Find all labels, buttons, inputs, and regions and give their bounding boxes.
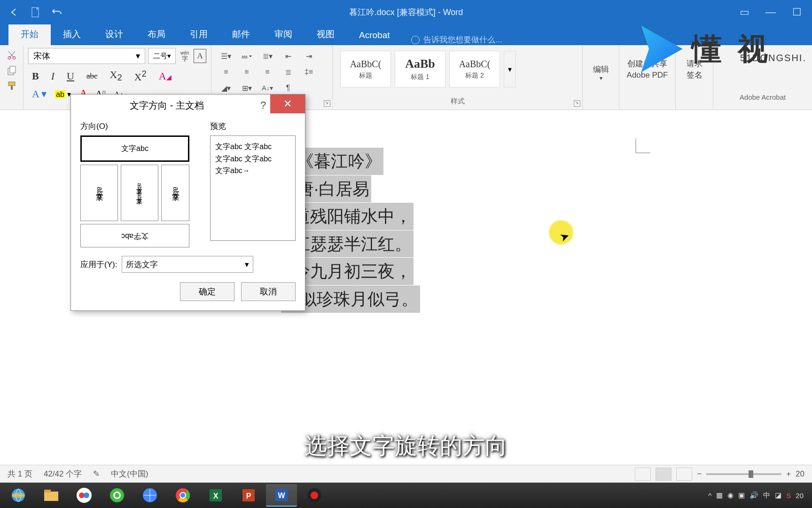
underline-button[interactable]: U <box>67 70 74 82</box>
style-title[interactable]: AaBbC(标题 <box>340 51 391 87</box>
undo-icon[interactable] <box>52 7 63 18</box>
tab-insert[interactable]: 插入 <box>51 24 93 45</box>
font-size-select[interactable]: 二号 ▾ <box>148 48 175 64</box>
tray-lang[interactable]: 中 <box>763 491 770 500</box>
tray-time[interactable]: 20 <box>796 492 804 500</box>
highlight-icon[interactable]: ab ▾ <box>55 90 71 99</box>
dir-vertical-2[interactable]: 文字abc文字abc <box>121 165 158 221</box>
borders-icon[interactable]: ⊞▾ <box>240 82 254 94</box>
shading-icon[interactable]: ◢▾ <box>219 82 233 94</box>
align-center-icon[interactable]: ≡ <box>240 66 254 78</box>
language-status[interactable]: 中文(中国) <box>111 468 148 479</box>
tab-design[interactable]: 设计 <box>93 24 135 45</box>
watermark-text: 懂 视 <box>692 29 772 70</box>
explorer-icon[interactable] <box>36 484 67 507</box>
line-spacing-icon[interactable]: ‡≡ <box>302 66 316 78</box>
minimize-icon[interactable]: — <box>761 6 780 18</box>
dec-indent-icon[interactable]: ⇤ <box>281 50 295 62</box>
style-heading1[interactable]: AaBb标题 1 <box>395 51 445 87</box>
styles-more-icon[interactable]: ▾ <box>504 51 516 87</box>
zoom-value[interactable]: 20 <box>796 469 804 479</box>
show-marks-icon[interactable]: ¶ <box>281 82 295 94</box>
record-icon[interactable] <box>299 484 330 507</box>
read-mode-icon[interactable] <box>635 468 651 481</box>
proofing-icon[interactable]: ✎ <box>93 469 100 479</box>
tray-app5-icon[interactable]: S <box>786 492 791 500</box>
text-effects-icon[interactable]: A ▾ <box>32 88 47 100</box>
copy-icon[interactable] <box>5 64 18 77</box>
dir-vertical-1[interactable]: 文字abc <box>80 165 118 221</box>
tab-references[interactable]: 引用 <box>178 24 220 45</box>
paragraph-dialog-launcher[interactable] <box>324 100 330 107</box>
baidu-icon[interactable] <box>69 484 100 507</box>
back-icon[interactable] <box>8 7 20 18</box>
360-icon[interactable] <box>102 484 133 507</box>
print-layout-icon[interactable] <box>656 468 671 481</box>
multilevel-icon[interactable]: ≣▾ <box>260 50 274 62</box>
dir-rotated[interactable]: 文字abc <box>80 224 189 247</box>
poem-text[interactable]: 《暮江吟》 唐·白居易 一道残阳铺水中， 半江瑟瑟半江红。 可怜九月初三夜， 露… <box>295 148 420 313</box>
svg-point-16 <box>115 493 119 498</box>
tray-app4-icon[interactable]: ◪ <box>775 491 781 500</box>
inc-indent-icon[interactable]: ⇥ <box>302 50 316 62</box>
word-count[interactable]: 42/42 个字 <box>44 468 82 479</box>
dir-vertical-3[interactable]: 文字abc <box>161 165 189 221</box>
tab-home[interactable]: 开始 <box>8 24 51 45</box>
tell-me[interactable]: 告诉我您想要做什么... <box>402 34 511 45</box>
dialog-help-icon[interactable]: ? <box>256 99 270 111</box>
style-heading2[interactable]: AaBbC(标题 2 <box>449 51 500 87</box>
new-doc-icon[interactable] <box>30 7 41 18</box>
tray-app1-icon[interactable]: ▦ <box>716 491 723 500</box>
word-icon[interactable]: W <box>266 484 297 507</box>
powerpoint-icon[interactable]: P <box>233 484 264 507</box>
zoom-in-icon[interactable]: + <box>786 469 791 479</box>
cut-icon[interactable] <box>5 49 18 62</box>
ok-button[interactable]: 确定 <box>180 282 234 301</box>
phonetic-guide-icon[interactable]: wén字 <box>179 49 191 63</box>
tray-volume-icon[interactable]: 🔊 <box>750 491 758 500</box>
styles-dialog-launcher[interactable] <box>574 100 580 107</box>
zoom-slider[interactable] <box>706 473 781 475</box>
edit-label[interactable]: 编辑 <box>587 64 614 75</box>
align-right-icon[interactable]: ≡ <box>260 66 274 78</box>
tell-me-text: 告诉我您想要做什么... <box>423 34 502 45</box>
tab-mailings[interactable]: 邮件 <box>220 24 262 45</box>
superscript-button[interactable]: X2 <box>134 69 147 83</box>
apply-to-select[interactable]: 所选文字▾ <box>122 256 253 273</box>
dialog-close-button[interactable]: ✕ <box>270 95 305 113</box>
numbering-icon[interactable]: ⅏▾ <box>240 50 254 62</box>
svg-point-30 <box>311 492 318 499</box>
excel-icon[interactable]: X <box>200 484 231 507</box>
italic-button[interactable]: I <box>51 70 55 82</box>
bullets-icon[interactable]: ☰▾ <box>219 50 233 62</box>
tray-app2-icon[interactable]: ◉ <box>727 491 734 500</box>
format-painter-icon[interactable] <box>5 79 18 92</box>
maximize-icon[interactable]: ☐ <box>788 6 806 18</box>
zoom-out-icon[interactable]: − <box>697 469 702 479</box>
cancel-button[interactable]: 取消 <box>241 282 296 301</box>
chrome-icon[interactable] <box>167 484 198 507</box>
tab-acrobat[interactable]: Acrobat <box>347 25 402 45</box>
ie-icon[interactable] <box>3 484 34 507</box>
char-border-icon[interactable]: A <box>194 49 206 63</box>
tray-app3-icon[interactable]: ▣ <box>738 491 745 500</box>
svg-rect-10 <box>44 490 51 492</box>
page-count[interactable]: 共 1 页 <box>8 468 32 479</box>
svg-point-22 <box>180 493 185 498</box>
browser-icon[interactable] <box>134 484 165 507</box>
dir-horizontal[interactable]: 文字abc <box>80 135 189 162</box>
bold-button[interactable]: B <box>32 70 39 82</box>
tray-chevron-icon[interactable]: ^ <box>708 492 711 500</box>
subscript-button[interactable]: X2 <box>110 69 122 83</box>
strike-button[interactable]: abc <box>86 71 98 81</box>
font-name-select[interactable]: 宋体▾ <box>28 48 145 64</box>
tab-review[interactable]: 审阅 <box>262 24 304 45</box>
web-layout-icon[interactable] <box>676 468 692 481</box>
sort-icon[interactable]: A↓▾ <box>260 82 274 94</box>
clear-format-icon[interactable]: A◢ <box>159 70 172 82</box>
ribbon-options-icon[interactable]: ▭ <box>735 6 754 18</box>
align-left-icon[interactable]: ≡ <box>219 66 233 78</box>
tab-view[interactable]: 视图 <box>304 24 347 45</box>
tab-layout[interactable]: 布局 <box>135 24 178 45</box>
justify-icon[interactable]: ≣ <box>281 66 295 78</box>
